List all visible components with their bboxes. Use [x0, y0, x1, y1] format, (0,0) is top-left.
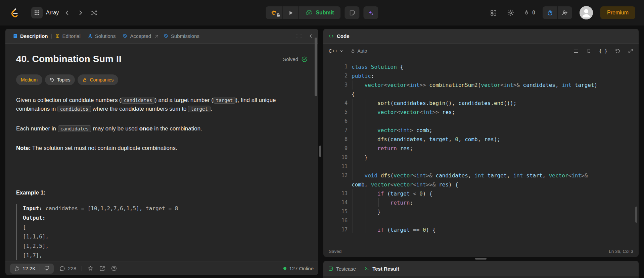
companies-button[interactable]: Companies [78, 74, 118, 85]
workspace: Description Editorial Solutions Accepted [5, 29, 639, 278]
language-selector[interactable]: C++ [328, 47, 344, 55]
code-line[interactable]: 8 dfs(candidates, target, 0, comb, res); [323, 135, 635, 144]
braces-icon[interactable] [598, 48, 608, 54]
lock-icon [82, 77, 87, 82]
code-line[interactable]: 5 vector<vector<int>> res; [323, 108, 635, 117]
avatar[interactable] [580, 6, 593, 19]
prev-problem-button[interactable] [62, 8, 72, 18]
comments-button[interactable]: 228 [59, 266, 76, 272]
line-number: 17 [323, 225, 348, 233]
tab-description[interactable]: Description [9, 29, 51, 43]
code-line[interactable]: 17 if (target == 0) { [323, 225, 635, 233]
text: [1,7], [23, 252, 42, 259]
format-code-icon[interactable] [572, 48, 580, 55]
bold-text: Input: [23, 205, 45, 212]
check-square-icon [328, 266, 333, 271]
tab-test-result[interactable]: Test Result [364, 266, 399, 272]
code-line[interactable]: 9 return res; [323, 144, 635, 153]
help-icon[interactable] [111, 265, 117, 272]
submit-button[interactable]: Submit [298, 6, 340, 19]
horizontal-resize-handle[interactable] [475, 258, 487, 260]
editor-statusbar: Saved Ln 36, Col 3 [323, 245, 639, 257]
difficulty-badge[interactable]: Medium [16, 74, 42, 85]
bookmark-icon[interactable] [586, 48, 592, 54]
code-line[interactable]: 12 void dfs(vector<int>& candidates, int… [323, 171, 635, 180]
problem-list-label: Array [46, 10, 59, 16]
solved-status: Solved [283, 56, 308, 62]
tab-solutions[interactable]: Solutions [84, 29, 119, 43]
indent-guide [366, 117, 366, 126]
editorial-book-icon [55, 34, 60, 39]
next-problem-button[interactable] [76, 8, 86, 18]
settings-gear-icon[interactable] [506, 8, 516, 18]
code-line[interactable]: 2public: [323, 71, 635, 80]
premium-button[interactable]: Premium [600, 6, 635, 19]
code-line[interactable]: 1class Solution { [323, 62, 635, 71]
code-line[interactable]: 11 [323, 162, 635, 171]
dislike-button[interactable] [40, 264, 54, 274]
leetcode-logo[interactable] [9, 7, 19, 18]
share-icon[interactable] [99, 265, 105, 272]
notes-button[interactable] [345, 6, 360, 19]
invite-person-plus-icon[interactable] [557, 6, 572, 19]
streak-counter[interactable]: 0 [523, 9, 535, 16]
example-block: Input: candidates = [10,1,2,7,6,1,5], ta… [16, 204, 308, 260]
layout-switcher-button[interactable] [489, 8, 498, 18]
tab-label: Description [20, 33, 48, 39]
code-line[interactable]: 4 sort(candidates.begin(), candidates.en… [323, 99, 635, 108]
auto-label: Auto [357, 48, 367, 54]
code-line[interactable]: 15 } [323, 207, 635, 216]
tab-editorial[interactable]: Editorial [52, 29, 84, 43]
tab-submissions[interactable]: Submissions [160, 29, 203, 43]
expand-editor-icon[interactable] [627, 48, 634, 54]
code-text: vector<vector<int>> combinationSum2(vect… [352, 80, 597, 90]
panel-resize-handle[interactable] [319, 146, 321, 157]
solved-label: Solved [283, 56, 298, 62]
code-text: return; [352, 198, 413, 207]
app-root: Array [0, 0, 644, 278]
line-number: 13 [323, 189, 348, 198]
scrollbar-thumb[interactable] [635, 207, 637, 223]
problem-list-button[interactable]: Array [31, 7, 59, 18]
line-number: 14 [323, 198, 348, 207]
code-text: if (target == 0) { [352, 225, 435, 233]
bold-text: Output: [23, 215, 45, 221]
inline-code-chip: candidates [58, 125, 91, 132]
reset-code-icon[interactable] [614, 48, 621, 55]
run-button[interactable] [283, 6, 298, 19]
shuffle-icon[interactable] [89, 8, 99, 18]
language-label: C++ [329, 48, 337, 54]
example-line: Output: [23, 213, 308, 223]
topics-button[interactable]: Topics [45, 74, 75, 85]
tab-testcase[interactable]: Testcase [328, 266, 356, 272]
code-line[interactable]: 14 return; [323, 198, 635, 207]
problem-content: 40. Combination Sum II Solved Medium Top… [5, 44, 318, 262]
collapse-panel-icon[interactable] [307, 33, 314, 40]
scrollbar-thumb[interactable] [315, 38, 317, 96]
comment-icon [59, 266, 65, 272]
ai-assistant-button[interactable] [364, 6, 378, 19]
code-line[interactable]: { [323, 90, 635, 99]
code-line[interactable]: 10 } [323, 153, 635, 162]
code-panel-header: Code [323, 29, 639, 44]
code-line[interactable]: 16 [323, 216, 635, 225]
favorite-star-icon[interactable] [87, 265, 94, 272]
code-line[interactable]: 13 if (target < 0) { [323, 189, 635, 198]
timer-stopwatch-icon[interactable] [543, 6, 557, 19]
fullscreen-icon[interactable] [295, 33, 303, 40]
tab-accepted[interactable]: Accepted [119, 29, 154, 43]
tab-label: Testcase [336, 266, 356, 272]
text: The solution set must not contain duplic… [31, 145, 177, 151]
code-line[interactable]: 3 vector<vector<int>> combinationSum2(ve… [323, 80, 635, 90]
tabbar-actions [295, 33, 314, 40]
code-text: class Solution { [352, 62, 403, 71]
code-line[interactable]: 6 [323, 117, 635, 126]
code-editor[interactable]: 1class Solution {2public:3 vector<vector… [323, 58, 635, 233]
close-tab-icon[interactable] [154, 33, 160, 39]
problem-statement: Given a collection of candidate numbers … [16, 96, 308, 114]
like-button[interactable]: 12.2K [10, 264, 40, 274]
code-text: if (target < 0) { [352, 189, 432, 198]
code-line[interactable]: 7 vector<int> comb; [323, 126, 635, 135]
code-line[interactable]: comb, vector<vector<int>>& res) { [323, 180, 635, 189]
debug-button[interactable] [266, 6, 282, 19]
